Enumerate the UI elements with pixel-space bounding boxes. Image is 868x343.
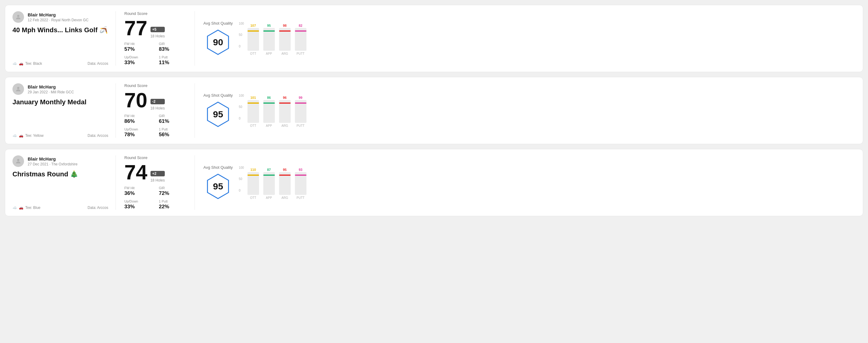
fw-hit-value: 57% (124, 46, 152, 52)
bar-background (263, 28, 275, 51)
bar-x-label: OTT (247, 124, 259, 127)
updown-stat: Up/Down 33% (124, 55, 152, 66)
bar-value-label: 99 (299, 96, 302, 99)
fw-hit-label: FW Hit (124, 114, 152, 118)
tee-info: ☁️ 🚗 Tee: Black (12, 61, 42, 66)
bar-background (295, 100, 306, 123)
bar-line (247, 175, 259, 176)
quality-panel: Avg Shot Quality 95 100 50 0 110 (204, 165, 306, 200)
bar-background (279, 100, 291, 123)
bar-column: 98 (279, 24, 291, 51)
bar-line (295, 175, 306, 176)
big-score: 77 (124, 18, 148, 38)
bar-value-label: 93 (299, 168, 302, 172)
quality-panel: Avg Shot Quality 95 100 50 0 101 (204, 93, 306, 128)
oneputt-value: 22% (159, 204, 186, 210)
bar-line (295, 102, 306, 104)
gir-stat: GIR 72% (159, 186, 186, 196)
big-score: 70 (124, 90, 148, 111)
user-info: Blair McHarg 29 Jan 2022 · Mill Ride GCC (12, 83, 108, 95)
updown-stat: Up/Down 78% (124, 127, 152, 138)
updown-value: 33% (124, 60, 152, 66)
round-left-section: Blair McHarg 12 Feb 2022 · Royal North D… (12, 11, 116, 66)
avatar (12, 83, 24, 95)
avatar (12, 155, 24, 167)
round-left-section: Blair McHarg 29 Jan 2022 · Mill Ride GCC… (12, 83, 116, 138)
hex-score: 90 (213, 37, 223, 48)
round-title: Christmas Round 🎄 (12, 170, 108, 179)
fw-hit-label: FW Hit (124, 186, 152, 190)
round-left-section: Blair McHarg 27 Dec 2021 · The Oxfordshi… (12, 155, 116, 210)
hex-container: Avg Shot Quality 90 (204, 21, 233, 56)
avatar (12, 11, 24, 23)
quality-panel: Avg Shot Quality 90 100 50 0 107 (204, 21, 306, 56)
bar-value-label: 82 (299, 24, 302, 27)
score-holes: 18 Holes (151, 34, 165, 38)
updown-label: Up/Down (124, 55, 152, 59)
bar-x-label: ARG (279, 124, 291, 127)
golf-cart-icon: 🚗 (19, 206, 23, 210)
hexagon: 95 (204, 173, 232, 200)
bottom-meta: ☁️ 🚗 Tee: Blue Data: Arccos (12, 206, 108, 210)
bar-value-label: 107 (250, 24, 256, 27)
bottom-meta: ☁️ 🚗 Tee: Yellow Data: Arccos (12, 133, 108, 138)
round-middle-section: Round Score 74 +2 18 Holes FW Hit 36% GI… (116, 155, 195, 210)
oneputt-label: 1 Putt (159, 199, 186, 203)
bar-value-label: 98 (283, 24, 286, 27)
gir-label: GIR (159, 114, 186, 118)
fw-hit-stat: FW Hit 86% (124, 114, 152, 124)
gir-value: 61% (159, 118, 186, 124)
user-details: Blair McHarg 27 Dec 2021 · The Oxfordshi… (28, 156, 78, 166)
user-info: Blair McHarg 12 Feb 2022 · Royal North D… (12, 11, 108, 23)
fw-hit-stat: FW Hit 36% (124, 186, 152, 196)
bar-column: 86 (263, 96, 275, 123)
y-axis: 100 50 0 (239, 94, 247, 120)
tee-label: Tee: Yellow (25, 133, 43, 138)
user-details: Blair McHarg 29 Jan 2022 · Mill Ride GCC (28, 84, 74, 94)
updown-label: Up/Down (124, 199, 152, 203)
user-name: Blair McHarg (28, 156, 78, 161)
bar-x-label: PUTT (295, 124, 306, 127)
round-right-section: Avg Shot Quality 90 100 50 0 107 (195, 11, 856, 66)
gir-value: 83% (159, 46, 186, 52)
bar-line (279, 30, 291, 32)
bar-background (247, 172, 259, 195)
round-right-section: Avg Shot Quality 95 100 50 0 110 (195, 155, 856, 210)
hexagon: 95 (204, 101, 232, 128)
user-name: Blair McHarg (28, 84, 74, 89)
score-row: 74 +2 18 Holes (124, 162, 186, 182)
round-title: January Monthly Medal (12, 98, 108, 107)
svg-point-2 (17, 159, 19, 161)
gir-value: 72% (159, 190, 186, 196)
fw-hit-label: FW Hit (124, 42, 152, 45)
user-name: Blair McHarg (28, 12, 89, 17)
bar-column: 107 (247, 24, 259, 51)
data-source: Data: Arccos (88, 206, 108, 210)
bar-line (279, 102, 291, 104)
cloud-icon: ☁️ (12, 61, 17, 66)
score-badge: +2 (151, 171, 165, 176)
fw-hit-value: 86% (124, 118, 152, 124)
bar-chart: 100 50 0 110 87 95 93 (239, 166, 306, 199)
bar-column: 87 (263, 168, 275, 195)
oneputt-stat: 1 Putt 11% (159, 55, 186, 66)
user-info: Blair McHarg 27 Dec 2021 · The Oxfordshi… (12, 155, 108, 167)
round-card: Blair McHarg 27 Dec 2021 · The Oxfordshi… (5, 149, 863, 216)
bar-line (263, 175, 275, 176)
svg-point-0 (17, 15, 19, 17)
updown-label: Up/Down (124, 127, 152, 131)
big-score: 74 (124, 162, 148, 182)
oneputt-value: 11% (159, 60, 186, 66)
quality-label: Avg Shot Quality (204, 21, 233, 26)
bar-value-label: 110 (250, 168, 256, 172)
hex-score: 95 (213, 109, 223, 120)
bar-line (263, 30, 275, 32)
score-holes: 18 Holes (151, 178, 165, 182)
score-row: 77 +5 18 Holes (124, 18, 186, 38)
tee-label: Tee: Blue (25, 206, 40, 210)
golf-cart-icon: 🚗 (19, 61, 23, 66)
bar-value-label: 87 (267, 168, 271, 172)
score-badge: -2 (151, 99, 165, 104)
bar-x-label: ARG (279, 196, 291, 199)
score-holes: 18 Holes (151, 106, 165, 111)
